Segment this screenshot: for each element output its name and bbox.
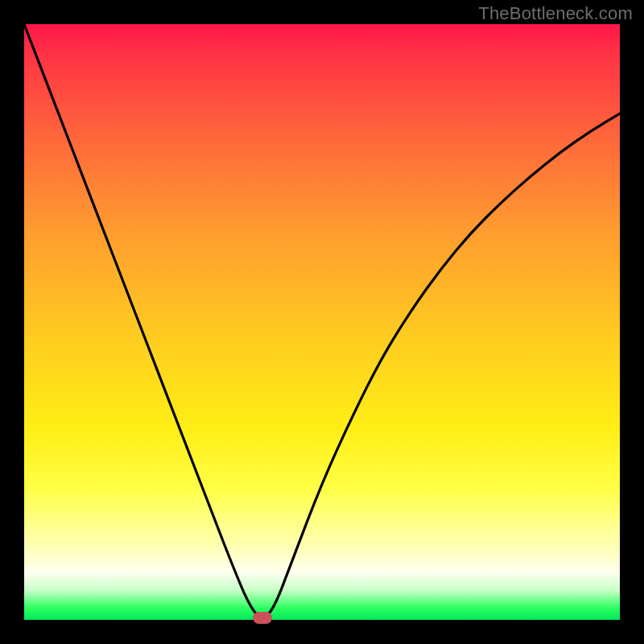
gradient-plot-area: [24, 24, 620, 620]
watermark-text: TheBottleneck.com: [478, 3, 633, 24]
optimal-point-marker: [253, 612, 272, 624]
chart-frame: TheBottleneck.com: [0, 0, 644, 644]
